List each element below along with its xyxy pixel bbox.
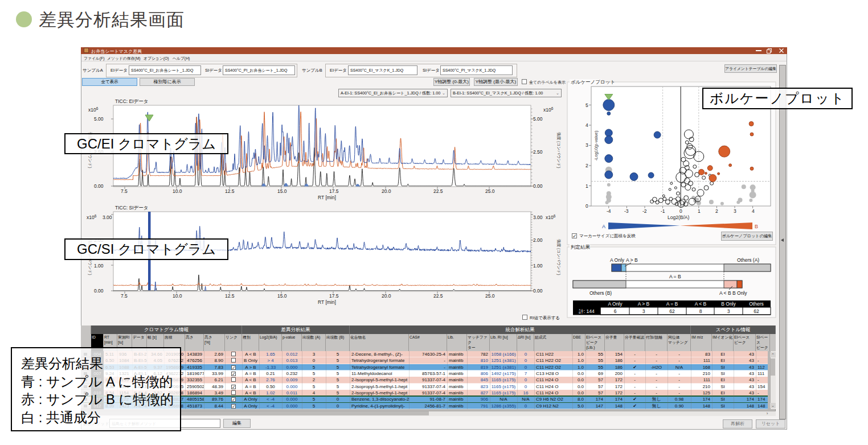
svg-text:3: 3 — [642, 308, 645, 314]
svg-text:A > B: A > B — [638, 301, 650, 307]
svg-text:A = B: A = B — [669, 274, 681, 279]
svg-text:A Only: A Only — [608, 301, 623, 307]
svg-text:B Only: B Only — [732, 290, 747, 296]
svg-text:3: 3 — [727, 308, 730, 314]
svg-text:A < B: A < B — [719, 290, 731, 296]
svg-text:計: 144: 計: 144 — [579, 308, 595, 314]
svg-text:A = B: A = B — [666, 301, 678, 307]
svg-text:8: 8 — [699, 308, 702, 314]
svg-text:62: 62 — [669, 308, 675, 314]
svg-text:Others (A): Others (A) — [737, 257, 759, 263]
svg-text:62: 62 — [754, 308, 759, 314]
svg-text:Others (B): Others (B) — [589, 290, 612, 296]
svg-text:A < B: A < B — [695, 301, 707, 307]
svg-text:A > B: A > B — [626, 257, 638, 263]
svg-text:Others: Others — [749, 301, 764, 307]
svg-text:A Only: A Only — [610, 257, 625, 263]
svg-text:6: 6 — [614, 308, 617, 314]
svg-text:B Only: B Only — [721, 301, 736, 307]
